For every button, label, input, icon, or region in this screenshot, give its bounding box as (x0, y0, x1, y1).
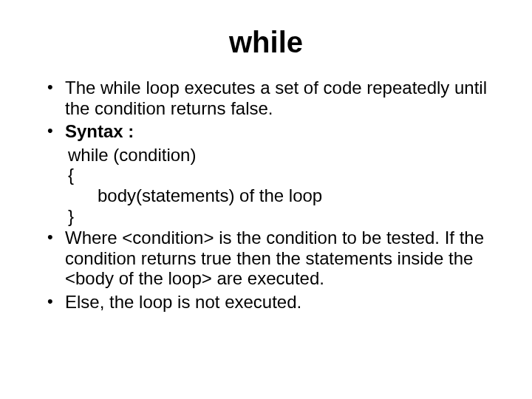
slide-title: while (44, 26, 488, 59)
code-line: { (68, 165, 488, 185)
syntax-label: Syntax : (65, 121, 134, 141)
bullet-list-continued: Where <condition> is the condition to be… (44, 228, 488, 312)
syntax-code-block: while (condition) { body(statements) of … (68, 145, 488, 226)
code-line: body(statements) of the loop (68, 185, 488, 206)
bullet-item: Syntax : (44, 121, 488, 142)
slide: while The while loop executes a set of c… (0, 0, 532, 399)
code-line: while (condition) (68, 145, 488, 166)
bullet-item: Where <condition> is the condition to be… (44, 228, 488, 289)
bullet-item: The while loop executes a set of code re… (44, 78, 488, 118)
code-line: } (68, 206, 488, 227)
bullet-list: The while loop executes a set of code re… (44, 78, 488, 142)
bullet-item: Else, the loop is not executed. (44, 292, 488, 313)
